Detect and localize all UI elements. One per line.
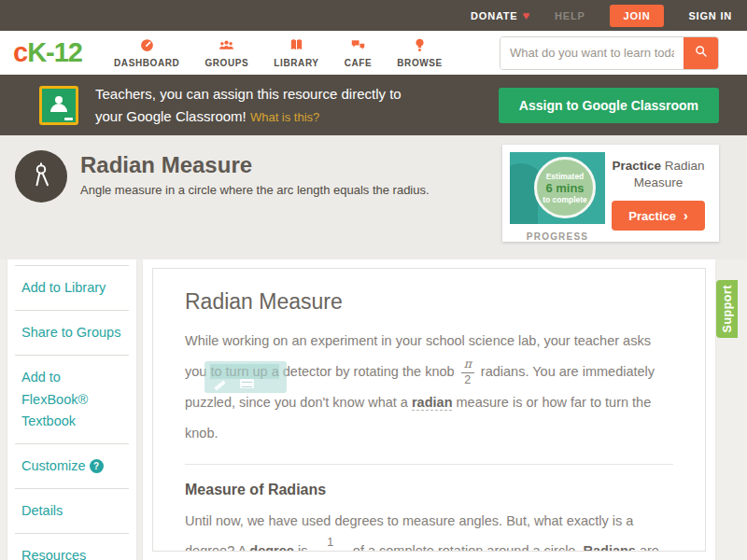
practice-thumbnail[interactable]: Estimated 6 mins to complete [510,152,605,224]
sidebar-item-resources[interactable]: Resources [15,533,129,560]
section-paragraph: Until now, we have used degrees to measu… [185,506,673,552]
practice-card: Estimated 6 mins to complete PROGRESS Pr… [502,145,719,242]
practice-title: Practice Radian Measure [605,158,712,191]
search-button[interactable] [684,37,718,69]
head-silhouette-neck [510,197,538,224]
google-classroom-icon [39,86,78,125]
highlighted-text: to turn up a [210,364,278,379]
section-divider [185,464,673,465]
note-icon[interactable] [240,379,254,388]
search-icon [694,44,709,62]
practice-title-bold: Practice [612,159,661,173]
concept-header: Radian Measure Angle measure in a circle… [0,135,747,259]
nav-item-dashboard[interactable]: DASHBOARD [114,37,179,68]
nav-item-label: GROUPS [204,58,248,68]
search-input[interactable] [500,37,684,69]
donate-label: DONATE [471,10,517,21]
sidebar-item-add-to-flexbook[interactable]: Add to FlexBook® Textbook [15,355,129,443]
assign-to-classroom-button[interactable]: Assign to Google Classroom [499,88,719,123]
selection-popover[interactable] [204,361,286,393]
article: Radian Measure While working on an exper… [152,268,706,552]
practice-progress-block: Estimated 6 mins to complete PROGRESS [510,152,605,234]
banner-line-1: Teachers, you can assign this resource d… [95,83,402,105]
nav-item-label: LIBRARY [274,58,318,68]
banner-message: Teachers, you can assign this resource d… [95,83,402,127]
math-fraction: π2 [461,357,474,387]
practice-button-label: Practice [628,209,676,223]
logo-k12: K-12 [27,37,82,67]
groups-icon [218,37,234,57]
sidebar-item-share-to-groups[interactable]: Share to Groups [15,310,129,355]
main-panel: Radian Measure While working on an exper… [143,259,715,560]
nav-item-browse[interactable]: BROWSE [397,37,443,68]
nav-item-label: DASHBOARD [114,58,179,68]
concept-subtitle: Angle measure in a circle where the arc … [80,183,430,197]
text-segment: radian [412,395,453,411]
estimated-time-badge: Estimated 6 mins to complete [534,157,596,218]
nav-items: DASHBOARD GROUPS LIBRARY CAFE [114,37,443,68]
text-segment: detector by rotating the knob [279,364,458,379]
banner-line-2: your Google Classroom! [95,108,247,124]
highlighter-icon[interactable] [215,380,227,390]
main-nav: cK-12 DASHBOARD GROUPS LIBRARY [0,31,747,75]
badge-line-3: to complete [543,195,587,204]
badge-time-value: 6 mins [545,181,584,195]
help-question-icon[interactable]: ? [90,459,104,473]
help-link[interactable]: HELP [555,10,585,21]
section-heading: Measure of Radians [185,482,673,498]
math-fraction: 1360th [314,536,345,552]
top-utility-bar: DONATE ♥ HELP JOIN SIGN IN [0,0,747,31]
join-button[interactable]: JOIN [610,5,665,27]
what-is-this-link[interactable]: What is this? [250,110,319,124]
content-area: Add to Library Share to Groups Add to Fl… [0,259,747,560]
compass-icon [27,161,55,192]
ck12-logo[interactable]: cK-12 [13,37,82,68]
classroom-figure-body [50,104,67,112]
cafe-chat-icon [350,37,366,57]
article-title: Radian Measure [185,289,673,315]
nav-item-library[interactable]: LIBRARY [274,37,318,68]
text-segment: Radians [583,543,635,552]
text-segment: is [294,543,312,552]
donate-link[interactable]: DONATE ♥ [471,8,530,22]
classroom-hand [64,118,73,120]
heart-icon: ♥ [522,8,530,22]
nav-item-label: BROWSE [397,58,443,68]
progress-label: PROGRESS [510,231,605,242]
sidebar-item-add-to-library[interactable]: Add to Library [15,265,129,310]
support-tab[interactable]: Support [716,280,738,338]
concept-avatar [15,150,67,203]
dashboard-gauge-icon [139,37,155,57]
sidebar-item-details[interactable]: Details [15,488,129,533]
sidebar-item-customize[interactable]: Customize? [15,443,129,488]
sign-in-link[interactable]: SIGN IN [688,10,732,21]
classroom-figure-head [55,96,63,104]
support-tab-label: Support [721,285,734,332]
concept-title: Radian Measure [80,152,430,178]
text-segment: degree [249,543,294,552]
practice-button[interactable]: Practice› [612,201,704,231]
chevron-right-icon: › [684,208,688,223]
practice-cta-block: Practice Radian Measure Practice› [605,152,712,234]
browse-bulb-icon [412,37,428,57]
sidebar: Add to Library Share to Groups Add to Fl… [7,259,136,560]
nav-item-label: CAFE [345,58,373,68]
logo-c: c [13,37,27,67]
search-bar [500,36,719,70]
text-segment: of a complete rotation around a circle. [349,543,584,552]
nav-item-cafe[interactable]: CAFE [345,37,373,68]
nav-item-groups[interactable]: GROUPS [204,37,248,68]
article-intro-paragraph: While working on an experiment in your s… [185,326,673,449]
library-book-icon [289,37,304,57]
badge-line-1: Estimated [546,172,585,181]
google-classroom-banner: Teachers, you can assign this resource d… [0,75,747,135]
sidebar-item-label: Customize [21,458,86,473]
concept-titles: Radian Measure Angle measure in a circle… [80,152,430,197]
page: DONATE ♥ HELP JOIN SIGN IN cK-12 DASHBOA… [0,0,747,560]
